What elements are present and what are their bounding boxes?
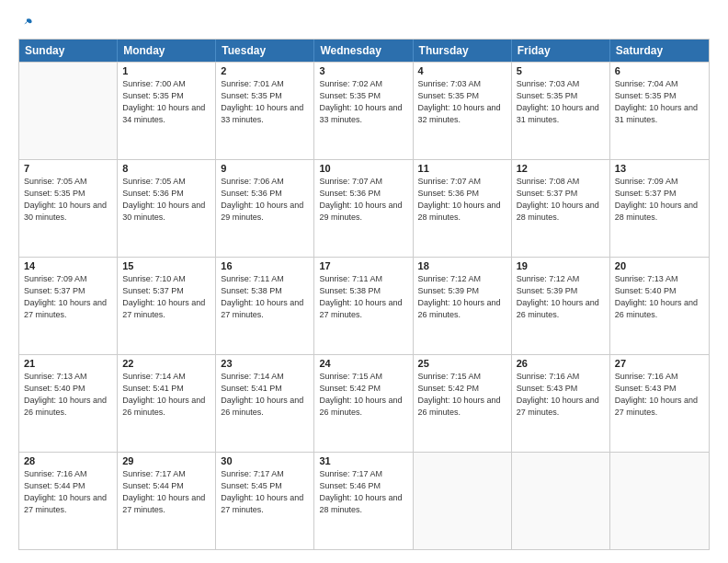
day-detail: Sunrise: 7:17 AM Sunset: 5:46 PM Dayligh… <box>319 468 407 516</box>
calendar-header-cell: Wednesday <box>314 40 413 62</box>
day-detail: Sunrise: 7:09 AM Sunset: 5:37 PM Dayligh… <box>24 273 112 321</box>
calendar-cell: 30Sunrise: 7:17 AM Sunset: 5:45 PM Dayli… <box>216 453 314 549</box>
day-number: 12 <box>517 163 605 174</box>
day-number: 14 <box>24 260 112 271</box>
day-number: 28 <box>24 455 112 466</box>
calendar-cell: 24Sunrise: 7:15 AM Sunset: 5:42 PM Dayli… <box>314 355 413 452</box>
day-detail: Sunrise: 7:15 AM Sunset: 5:42 PM Dayligh… <box>418 371 506 419</box>
day-detail: Sunrise: 7:13 AM Sunset: 5:40 PM Dayligh… <box>615 273 704 321</box>
calendar-cell: 17Sunrise: 7:11 AM Sunset: 5:38 PM Dayli… <box>314 258 413 354</box>
calendar-cell: 20Sunrise: 7:13 AM Sunset: 5:40 PM Dayli… <box>610 258 709 354</box>
calendar-cell: 26Sunrise: 7:16 AM Sunset: 5:43 PM Dayli… <box>512 355 610 452</box>
calendar-header-cell: Saturday <box>610 40 709 62</box>
day-detail: Sunrise: 7:07 AM Sunset: 5:36 PM Dayligh… <box>319 176 407 224</box>
day-detail: Sunrise: 7:05 AM Sunset: 5:35 PM Dayligh… <box>24 176 112 224</box>
day-number: 24 <box>319 358 407 369</box>
day-detail: Sunrise: 7:12 AM Sunset: 5:39 PM Dayligh… <box>517 273 605 321</box>
calendar-cell: 25Sunrise: 7:15 AM Sunset: 5:42 PM Dayli… <box>414 355 512 452</box>
day-detail: Sunrise: 7:10 AM Sunset: 5:37 PM Dayligh… <box>122 273 210 321</box>
day-number: 25 <box>418 358 506 369</box>
day-number: 26 <box>517 358 605 369</box>
day-detail: Sunrise: 7:02 AM Sunset: 5:35 PM Dayligh… <box>319 78 407 126</box>
logo <box>18 17 33 29</box>
header <box>18 17 710 29</box>
day-detail: Sunrise: 7:16 AM Sunset: 5:43 PM Dayligh… <box>517 371 605 419</box>
day-number: 3 <box>319 65 407 76</box>
day-detail: Sunrise: 7:14 AM Sunset: 5:41 PM Dayligh… <box>221 371 309 419</box>
day-detail: Sunrise: 7:17 AM Sunset: 5:44 PM Dayligh… <box>122 468 210 516</box>
calendar-body: 1Sunrise: 7:00 AM Sunset: 5:35 PM Daylig… <box>19 62 709 549</box>
calendar-cell: 11Sunrise: 7:07 AM Sunset: 5:36 PM Dayli… <box>414 160 512 257</box>
day-number: 1 <box>122 65 210 76</box>
calendar-header-cell: Monday <box>118 40 216 62</box>
calendar-cell: 8Sunrise: 7:05 AM Sunset: 5:36 PM Daylig… <box>118 160 216 257</box>
calendar-cell: 12Sunrise: 7:08 AM Sunset: 5:37 PM Dayli… <box>512 160 610 257</box>
day-detail: Sunrise: 7:04 AM Sunset: 5:35 PM Dayligh… <box>615 78 704 126</box>
day-detail: Sunrise: 7:14 AM Sunset: 5:41 PM Dayligh… <box>122 371 210 419</box>
day-detail: Sunrise: 7:16 AM Sunset: 5:43 PM Dayligh… <box>615 371 704 419</box>
calendar-cell <box>19 63 118 159</box>
day-detail: Sunrise: 7:17 AM Sunset: 5:45 PM Dayligh… <box>221 468 309 516</box>
calendar-cell <box>512 453 610 549</box>
calendar-header-cell: Sunday <box>19 40 118 62</box>
calendar-cell: 31Sunrise: 7:17 AM Sunset: 5:46 PM Dayli… <box>314 453 413 549</box>
calendar-cell: 16Sunrise: 7:11 AM Sunset: 5:38 PM Dayli… <box>216 258 314 354</box>
day-number: 31 <box>319 455 407 466</box>
calendar-cell: 9Sunrise: 7:06 AM Sunset: 5:36 PM Daylig… <box>216 160 314 257</box>
day-number: 13 <box>615 163 704 174</box>
page: SundayMondayTuesdayWednesdayThursdayFrid… <box>0 0 728 563</box>
day-detail: Sunrise: 7:09 AM Sunset: 5:37 PM Dayligh… <box>615 176 704 224</box>
day-number: 11 <box>418 163 506 174</box>
calendar-header-cell: Tuesday <box>216 40 314 62</box>
calendar-cell: 5Sunrise: 7:03 AM Sunset: 5:35 PM Daylig… <box>512 63 610 159</box>
calendar-cell: 27Sunrise: 7:16 AM Sunset: 5:43 PM Dayli… <box>610 355 709 452</box>
day-number: 10 <box>319 163 407 174</box>
day-number: 18 <box>418 260 506 271</box>
day-detail: Sunrise: 7:01 AM Sunset: 5:35 PM Dayligh… <box>221 78 309 126</box>
day-detail: Sunrise: 7:15 AM Sunset: 5:42 PM Dayligh… <box>319 371 407 419</box>
calendar-cell: 22Sunrise: 7:14 AM Sunset: 5:41 PM Dayli… <box>118 355 216 452</box>
day-detail: Sunrise: 7:06 AM Sunset: 5:36 PM Dayligh… <box>221 176 309 224</box>
day-number: 8 <box>122 163 210 174</box>
calendar-row: 28Sunrise: 7:16 AM Sunset: 5:44 PM Dayli… <box>19 452 709 549</box>
logo-bird-icon <box>20 17 33 29</box>
day-number: 7 <box>24 163 112 174</box>
calendar-cell: 21Sunrise: 7:13 AM Sunset: 5:40 PM Dayli… <box>19 355 118 452</box>
calendar-cell: 4Sunrise: 7:03 AM Sunset: 5:35 PM Daylig… <box>414 63 512 159</box>
day-number: 16 <box>221 260 309 271</box>
day-number: 15 <box>122 260 210 271</box>
day-detail: Sunrise: 7:11 AM Sunset: 5:38 PM Dayligh… <box>221 273 309 321</box>
day-detail: Sunrise: 7:07 AM Sunset: 5:36 PM Dayligh… <box>418 176 506 224</box>
calendar-cell <box>414 453 512 549</box>
day-number: 4 <box>418 65 506 76</box>
calendar-cell: 6Sunrise: 7:04 AM Sunset: 5:35 PM Daylig… <box>610 63 709 159</box>
day-number: 5 <box>517 65 605 76</box>
day-number: 19 <box>517 260 605 271</box>
day-detail: Sunrise: 7:16 AM Sunset: 5:44 PM Dayligh… <box>24 468 112 516</box>
day-number: 20 <box>615 260 704 271</box>
day-number: 2 <box>221 65 309 76</box>
calendar-cell: 15Sunrise: 7:10 AM Sunset: 5:37 PM Dayli… <box>118 258 216 354</box>
day-detail: Sunrise: 7:13 AM Sunset: 5:40 PM Dayligh… <box>24 371 112 419</box>
day-detail: Sunrise: 7:12 AM Sunset: 5:39 PM Dayligh… <box>418 273 506 321</box>
day-number: 17 <box>319 260 407 271</box>
calendar-row: 1Sunrise: 7:00 AM Sunset: 5:35 PM Daylig… <box>19 62 709 159</box>
day-detail: Sunrise: 7:03 AM Sunset: 5:35 PM Dayligh… <box>517 78 605 126</box>
calendar-row: 14Sunrise: 7:09 AM Sunset: 5:37 PM Dayli… <box>19 257 709 354</box>
day-detail: Sunrise: 7:11 AM Sunset: 5:38 PM Dayligh… <box>319 273 407 321</box>
calendar-row: 7Sunrise: 7:05 AM Sunset: 5:35 PM Daylig… <box>19 159 709 257</box>
day-number: 30 <box>221 455 309 466</box>
calendar-cell: 10Sunrise: 7:07 AM Sunset: 5:36 PM Dayli… <box>314 160 413 257</box>
day-number: 29 <box>122 455 210 466</box>
calendar-header-cell: Thursday <box>414 40 512 62</box>
day-number: 27 <box>615 358 704 369</box>
calendar-cell: 23Sunrise: 7:14 AM Sunset: 5:41 PM Dayli… <box>216 355 314 452</box>
day-number: 22 <box>122 358 210 369</box>
day-number: 23 <box>221 358 309 369</box>
calendar-cell: 29Sunrise: 7:17 AM Sunset: 5:44 PM Dayli… <box>118 453 216 549</box>
day-detail: Sunrise: 7:08 AM Sunset: 5:37 PM Dayligh… <box>517 176 605 224</box>
calendar-row: 21Sunrise: 7:13 AM Sunset: 5:40 PM Dayli… <box>19 354 709 452</box>
calendar-cell: 14Sunrise: 7:09 AM Sunset: 5:37 PM Dayli… <box>19 258 118 354</box>
day-detail: Sunrise: 7:00 AM Sunset: 5:35 PM Dayligh… <box>122 78 210 126</box>
calendar-cell: 28Sunrise: 7:16 AM Sunset: 5:44 PM Dayli… <box>19 453 118 549</box>
